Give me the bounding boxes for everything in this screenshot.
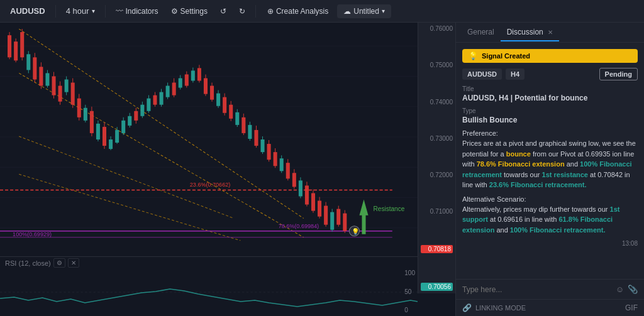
signal-badges: AUDUSD H4 Pending (462, 68, 638, 80)
tab-general[interactable]: General (461, 24, 501, 41)
price-level-6: 0.71000 (421, 208, 453, 215)
chevron-down-icon-untitled: ▾ (382, 8, 385, 14)
bounce-highlight: bounce (506, 150, 531, 158)
signal-created-bar: 💡 Signal Created (462, 49, 638, 63)
divider-1 (55, 5, 56, 18)
main-content: Resistance 23.6%(0.70662) 78.6%(0.69984)… (0, 23, 644, 316)
fib-ext-highlight: 78.6% Fibonacci extension (477, 160, 565, 168)
divider-3 (255, 5, 256, 18)
signal-icon: 💡 (469, 52, 478, 60)
settings-button[interactable]: ⚙ Settings (166, 4, 213, 18)
cloud-icon: ☁ (343, 7, 351, 16)
timeframe-label: 4 hour (66, 6, 89, 16)
rsi-header: RSI (12, close) ⚙ ✕ (0, 257, 418, 269)
alternative-label: Alternative Scenario: (462, 195, 638, 203)
price-level-2: 0.75000 (421, 62, 453, 68)
svg-text:78.6%(0.69984): 78.6%(0.69984) (279, 223, 319, 229)
tab-discussion-label: Discussion (507, 28, 543, 36)
rsi-labels: 100 50 0 (404, 270, 415, 313)
gear-icon: ⚙ (171, 7, 178, 16)
panel-content: 💡 Signal Created AUDUSD H4 Pending Title… (456, 43, 644, 279)
tab-discussion-close[interactable]: ✕ (548, 29, 553, 36)
symbol-label: AUDUSD (10, 6, 45, 16)
chat-input[interactable] (462, 285, 612, 294)
price-level-current: 0.70818 (421, 245, 453, 253)
indicators-icon: 〰 (116, 7, 123, 16)
tab-discussion[interactable]: Discussion ✕ (501, 24, 559, 41)
message-timestamp: 13:08 (462, 240, 638, 247)
rsi-level-0: 0 (404, 307, 415, 313)
link-icon: 🔗 (462, 303, 472, 312)
plus-circle-icon: ⊕ (267, 7, 274, 16)
fib-ret-2-highlight: 23.6% Fibonacci retracement. (489, 181, 587, 188)
gif-button[interactable]: GIF (625, 303, 638, 312)
indicators-label: Indicators (126, 7, 158, 16)
type-field: Type Bullish Bounce (462, 107, 638, 124)
create-analysis-button[interactable]: ⊕ Create Analysis (261, 4, 335, 18)
untitled-button[interactable]: ☁ Untitled ▾ (337, 4, 391, 18)
fib-ret-alt-highlight: 100% Fibonacci retracement. (510, 226, 606, 234)
gif-label: GIF (625, 303, 638, 312)
svg-rect-0 (0, 23, 418, 256)
title-field: Title AUDUSD, H4 | Potential for bounce (462, 85, 638, 102)
rsi-remove-button[interactable]: ✕ (68, 258, 79, 268)
price-level-5: 0.72000 (421, 172, 453, 178)
signal-created-label: Signal Created (482, 52, 530, 60)
price-scale: 0.76000 0.75000 0.74000 0.73000 0.72000 … (418, 23, 455, 293)
redo-icon: ↻ (239, 7, 245, 16)
candlestick-chart: Resistance 23.6%(0.70662) 78.6%(0.69984)… (0, 23, 418, 256)
rsi-title: RSI (12, close) (5, 259, 51, 267)
symbol-selector[interactable]: AUDUSD (5, 4, 50, 18)
chart-canvas[interactable]: Resistance 23.6%(0.70662) 78.6%(0.69984)… (0, 23, 418, 256)
linking-mode-bar: 🔗 LINKING MODE GIF (456, 299, 644, 316)
symbol-badge[interactable]: AUDUSD (462, 68, 502, 80)
indicators-button[interactable]: 〰 Indicators (111, 4, 164, 18)
svg-text:23.6%(0.70662): 23.6%(0.70662) (190, 182, 230, 188)
price-level-1: 0.76000 (421, 25, 453, 32)
svg-text:Resistance: Resistance (374, 205, 405, 212)
svg-text:💡: 💡 (352, 227, 360, 236)
price-level-support: 0.70056 (421, 283, 453, 291)
title-label: Title (462, 85, 638, 92)
type-value: Bullish Bounce (462, 116, 638, 124)
divider-2 (105, 5, 106, 18)
attachment-button[interactable]: 📎 (628, 285, 638, 294)
resistance-highlight: 1st resistance (542, 171, 588, 178)
timeframe-badge[interactable]: H4 (506, 68, 525, 80)
type-label: Type (462, 107, 638, 114)
preference-field: Preference: Prices are at a pivot and gr… (462, 129, 638, 190)
rsi-level-50: 50 (404, 288, 415, 295)
chat-input-area: ☺ 📎 (456, 279, 644, 299)
rsi-panel: RSI (12, close) ⚙ ✕ 100 50 0 (0, 256, 418, 316)
rsi-chart (0, 270, 418, 314)
price-level-3: 0.74000 (421, 99, 453, 106)
svg-text:100%(0.69929): 100%(0.69929) (13, 231, 52, 237)
untitled-label: Untitled (353, 7, 379, 16)
status-badge[interactable]: Pending (599, 68, 638, 80)
settings-label: Settings (180, 7, 208, 16)
main-toolbar: AUDUSD 4 hour ▾ 〰 Indicators ⚙ Settings … (0, 0, 644, 23)
right-panel: General Discussion ✕ 💡 Signal Created AU… (455, 23, 644, 316)
timeframe-selector[interactable]: 4 hour ▾ (61, 4, 100, 18)
rsi-settings-button[interactable]: ⚙ (53, 258, 65, 268)
undo-icon: ↺ (220, 7, 226, 16)
emoji-button[interactable]: ☺ (616, 285, 624, 294)
alternative-text: Alternatively, prices may dip further to… (462, 204, 638, 236)
panel-tabs: General Discussion ✕ (456, 23, 644, 43)
linking-mode-label: LINKING MODE (475, 304, 526, 312)
redo-button[interactable]: ↻ (234, 4, 250, 18)
preference-label: Preference: (462, 129, 638, 137)
chart-area[interactable]: Resistance 23.6%(0.70662) 78.6%(0.69984)… (0, 23, 455, 316)
create-analysis-label: Create Analysis (276, 7, 328, 16)
price-level-4: 0.73000 (421, 135, 453, 142)
chevron-down-icon: ▾ (92, 8, 95, 14)
preference-text: Prices are at a pivot and graphical swin… (462, 138, 638, 190)
undo-button[interactable]: ↺ (215, 4, 231, 18)
tab-general-label: General (467, 28, 494, 36)
alternative-field: Alternative Scenario: Alternatively, pri… (462, 195, 638, 236)
rsi-level-100: 100 (404, 270, 415, 276)
title-value: AUDUSD, H4 | Potential for bounce (462, 94, 638, 102)
